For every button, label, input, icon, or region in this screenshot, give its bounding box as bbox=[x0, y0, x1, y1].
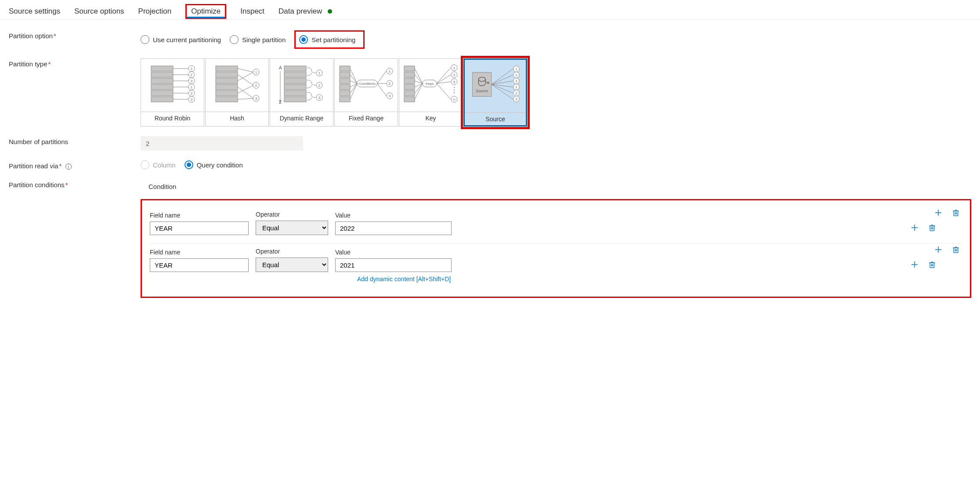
field-name-label: Field name bbox=[150, 212, 249, 219]
svg-rect-61 bbox=[340, 84, 350, 90]
svg-rect-62 bbox=[340, 91, 350, 96]
tile-source[interactable]: Source 123 123 bbox=[463, 58, 527, 127]
plus-icon[interactable] bbox=[934, 208, 943, 217]
svg-rect-27 bbox=[216, 84, 238, 90]
svg-rect-60 bbox=[340, 78, 350, 83]
svg-line-33 bbox=[238, 87, 253, 98]
svg-text:1: 1 bbox=[515, 85, 517, 89]
condition-group: Field name Operator Equal Value bbox=[150, 207, 962, 243]
trash-icon[interactable] bbox=[951, 245, 960, 254]
info-icon[interactable]: i bbox=[65, 163, 72, 170]
tab-data-preview-label: Data preview bbox=[278, 7, 322, 15]
plus-icon[interactable] bbox=[910, 223, 919, 232]
svg-text:2: 2 bbox=[515, 91, 517, 95]
svg-rect-83 bbox=[404, 78, 415, 83]
radio-single-partition[interactable]: Single partition bbox=[230, 35, 286, 44]
partition-type-tiles: 123 123 Round Robin bbox=[141, 58, 527, 127]
tab-optimize[interactable]: Optimize bbox=[185, 4, 226, 19]
svg-line-35 bbox=[238, 98, 253, 99]
tile-dynamic-range[interactable]: A Z 123 bbox=[270, 58, 333, 127]
tab-data-preview[interactable]: Data preview bbox=[278, 4, 332, 19]
svg-rect-82 bbox=[404, 72, 415, 77]
radio-icon bbox=[299, 35, 308, 44]
svg-text:3: 3 bbox=[255, 97, 257, 101]
svg-rect-63 bbox=[340, 97, 350, 102]
radio-icon bbox=[141, 160, 149, 169]
trash-icon[interactable] bbox=[928, 260, 937, 269]
svg-line-115 bbox=[492, 81, 513, 84]
svg-line-96 bbox=[437, 83, 451, 99]
svg-text:1: 1 bbox=[388, 69, 391, 73]
trash-icon[interactable] bbox=[951, 208, 960, 217]
tab-projection[interactable]: Projection bbox=[138, 4, 172, 19]
value-input[interactable] bbox=[335, 258, 452, 272]
svg-text:3: 3 bbox=[453, 80, 455, 84]
svg-rect-86 bbox=[404, 97, 415, 102]
svg-point-108 bbox=[454, 90, 455, 91]
svg-rect-84 bbox=[404, 84, 415, 90]
operator-select[interactable]: Equal bbox=[256, 221, 328, 235]
tab-source-options[interactable]: Source options bbox=[74, 4, 124, 19]
svg-text:1: 1 bbox=[255, 70, 257, 74]
value-label: Value bbox=[335, 212, 452, 219]
svg-text:Keys: Keys bbox=[426, 82, 434, 86]
svg-rect-5 bbox=[151, 97, 173, 102]
tile-hash[interactable]: 123 Hash bbox=[205, 58, 269, 127]
svg-rect-0 bbox=[151, 66, 173, 71]
svg-rect-47 bbox=[284, 72, 306, 77]
svg-text:Source: Source bbox=[476, 89, 488, 93]
add-dynamic-content-link[interactable]: Add dynamic content [Alt+Shift+D] bbox=[357, 276, 962, 283]
svg-text:2: 2 bbox=[255, 83, 257, 87]
svg-text:A: A bbox=[279, 65, 282, 70]
svg-rect-4 bbox=[151, 91, 173, 96]
svg-point-109 bbox=[454, 92, 455, 93]
svg-line-113 bbox=[492, 69, 513, 84]
tab-inspect[interactable]: Inspect bbox=[240, 4, 264, 19]
field-name-label: Field name bbox=[150, 249, 249, 256]
operator-label: Operator bbox=[256, 211, 328, 218]
field-name-input[interactable] bbox=[150, 221, 249, 235]
optimize-form: Partition option* Use current partitioni… bbox=[0, 20, 980, 318]
radio-use-current-partitioning[interactable]: Use current partitioning bbox=[141, 35, 221, 44]
svg-line-34 bbox=[238, 85, 253, 93]
radio-icon bbox=[184, 160, 193, 169]
svg-point-107 bbox=[454, 87, 455, 88]
svg-text:1: 1 bbox=[453, 66, 455, 70]
svg-text:2: 2 bbox=[453, 73, 455, 77]
plus-icon[interactable] bbox=[934, 245, 943, 254]
tile-fixed-range[interactable]: Conditions 123 Fixed Range bbox=[334, 58, 398, 127]
radio-icon bbox=[230, 35, 239, 44]
num-partitions-input[interactable] bbox=[141, 136, 303, 151]
svg-text:3: 3 bbox=[190, 79, 192, 83]
tile-round-robin[interactable]: 123 123 Round Robin bbox=[141, 58, 204, 127]
tile-key[interactable]: Keys 123n Key bbox=[399, 58, 463, 127]
svg-rect-81 bbox=[404, 66, 415, 71]
plus-icon[interactable] bbox=[910, 260, 919, 269]
label-partition-type: Partition type* bbox=[9, 58, 141, 68]
svg-text:1: 1 bbox=[190, 67, 192, 71]
operator-select[interactable]: Equal bbox=[256, 258, 328, 272]
radio-column[interactable]: Column bbox=[141, 160, 176, 169]
hash-icon: 123 bbox=[206, 59, 268, 112]
trash-icon[interactable] bbox=[928, 223, 937, 232]
key-icon: Keys 123n bbox=[399, 59, 462, 112]
radio-icon bbox=[141, 35, 149, 44]
svg-rect-25 bbox=[216, 72, 238, 77]
svg-text:3: 3 bbox=[388, 94, 391, 98]
tab-source-settings[interactable]: Source settings bbox=[9, 4, 60, 19]
svg-rect-2 bbox=[151, 78, 173, 83]
svg-text:2: 2 bbox=[515, 73, 517, 77]
radio-set-partitioning[interactable]: Set partitioning bbox=[294, 30, 365, 49]
svg-rect-59 bbox=[340, 72, 350, 77]
label-num-partitions: Number of partitions bbox=[9, 136, 141, 145]
svg-text:1: 1 bbox=[318, 71, 320, 75]
svg-rect-1 bbox=[151, 72, 173, 77]
conditions-box: Field name Operator Equal Value bbox=[141, 199, 971, 298]
svg-text:3: 3 bbox=[515, 79, 517, 83]
radio-query-condition[interactable]: Query condition bbox=[184, 160, 243, 169]
svg-text:2: 2 bbox=[190, 73, 192, 77]
condition-group: Field name Operator Equal Value bbox=[150, 243, 962, 290]
value-input[interactable] bbox=[335, 221, 452, 235]
tab-bar: Source settings Source options Projectio… bbox=[0, 0, 980, 20]
field-name-input[interactable] bbox=[150, 258, 249, 272]
